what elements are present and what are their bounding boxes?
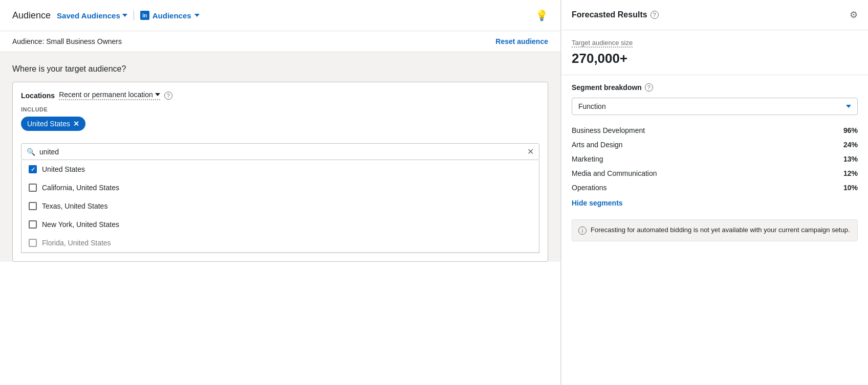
segment-title-row: Segment breakdown ? (572, 83, 858, 92)
list-item[interactable]: Texas, United States (21, 197, 539, 215)
audience-header: Audience Saved Audiences in Audiences 💡 (0, 0, 560, 31)
item-label: United States (42, 165, 85, 173)
item-label: Texas, United States (42, 202, 107, 210)
list-item[interactable]: California, United States (21, 178, 539, 197)
segment-section: Segment breakdown ? Function Business De… (561, 75, 868, 219)
bulb-icon[interactable]: 💡 (535, 9, 548, 21)
location-type-chevron-icon (155, 93, 160, 96)
check-icon: ✓ (31, 166, 35, 173)
list-item[interactable]: ✓ United States (21, 160, 539, 178)
audience-title: Audience (12, 10, 51, 21)
checkbox-california[interactable] (29, 184, 37, 192)
segment-name: Operations (572, 184, 606, 192)
right-panel: Forecasted Results ? ⚙ Target audience s… (561, 0, 868, 385)
locations-header: Locations Recent or permanent location ? (21, 90, 539, 100)
segment-row: Operations 10% (572, 180, 858, 195)
segment-breakdown-title: Segment breakdown (572, 83, 642, 92)
segment-row: Media and Communication 12% (572, 166, 858, 180)
united-states-tag[interactable]: United States ✕ (21, 117, 85, 131)
segment-pct: 96% (843, 126, 858, 134)
tag-label: United States (27, 120, 70, 128)
segment-dropdown[interactable]: Function (572, 98, 858, 115)
checkbox-united-states[interactable]: ✓ (29, 165, 37, 173)
segment-help-icon[interactable]: ? (645, 83, 653, 92)
li-audiences-button[interactable]: in Audiences (140, 11, 200, 20)
segment-name: Marketing (572, 155, 603, 163)
forecasting-note-text: Forecasting for automated bidding is not… (591, 226, 850, 234)
search-row: 🔍 ✕ (21, 143, 539, 160)
segment-name: Business Development (572, 126, 645, 134)
segment-dropdown-chevron-icon (846, 105, 851, 108)
segment-pct: 24% (843, 141, 858, 149)
forecasted-title-row: Forecasted Results ? (572, 10, 659, 19)
forecasted-help-icon[interactable]: ? (650, 11, 659, 19)
include-label: INCLUDE (21, 106, 539, 112)
audience-name-bar: Audience: Small Business Owners Reset au… (0, 31, 560, 52)
tag-remove-icon[interactable]: ✕ (73, 120, 79, 128)
forecasting-note: i Forecasting for automated bidding is n… (572, 219, 858, 241)
checkbox-texas[interactable] (29, 202, 37, 210)
checkbox-new-york[interactable] (29, 220, 37, 229)
segment-row: Business Development 96% (572, 123, 858, 138)
audience-name-text: Audience: Small Business Owners (12, 37, 122, 46)
linkedin-icon: in (140, 11, 149, 20)
segment-row: Marketing 13% (572, 152, 858, 166)
segment-pct: 10% (843, 184, 858, 192)
clear-search-icon[interactable]: ✕ (527, 147, 534, 156)
reset-audience-button[interactable]: Reset audience (495, 37, 548, 46)
where-section: Where is your target audience? Locations… (0, 52, 560, 262)
saved-audiences-button[interactable]: Saved Audiences (57, 11, 127, 20)
checkbox-florida[interactable] (29, 239, 37, 247)
forecasted-title: Forecasted Results (572, 10, 647, 19)
segment-row: Arts and Design 24% (572, 138, 858, 152)
locations-label: Locations (21, 92, 55, 100)
target-audience-label: Target audience size (572, 39, 633, 48)
location-type-label: Recent or permanent location (59, 90, 153, 99)
forecasted-header: Forecasted Results ? ⚙ (561, 0, 868, 30)
target-section: Target audience size 270,000+ (561, 30, 868, 75)
search-input[interactable] (39, 148, 523, 156)
audiences-label: Audiences (153, 11, 191, 20)
segment-name: Arts and Design (572, 141, 623, 149)
target-audience-size: 270,000+ (572, 51, 858, 66)
gear-icon[interactable]: ⚙ (850, 9, 858, 20)
locations-box: Locations Recent or permanent location ?… (12, 82, 548, 262)
location-help-icon[interactable]: ? (164, 92, 172, 100)
segment-pct: 13% (843, 155, 858, 163)
saved-audiences-chevron-icon (122, 14, 127, 17)
search-icon: 🔍 (27, 148, 35, 156)
segment-dropdown-value: Function (578, 102, 606, 110)
header-divider (134, 10, 134, 20)
saved-audiences-label: Saved Audiences (57, 11, 120, 20)
location-type-button[interactable]: Recent or permanent location (59, 90, 160, 100)
info-icon: i (578, 227, 587, 235)
item-label: California, United States (42, 184, 119, 192)
location-dropdown-list: ✓ United States California, United State… (21, 160, 539, 253)
item-label: Florida, United States (42, 239, 111, 247)
hide-segments-button[interactable]: Hide segments (572, 195, 623, 211)
main-panel: Audience Saved Audiences in Audiences 💡 … (0, 0, 561, 385)
list-item[interactable]: Florida, United States (21, 234, 539, 253)
segment-name: Media and Communication (572, 169, 657, 177)
list-item[interactable]: New York, United States (21, 215, 539, 234)
segment-pct: 12% (843, 169, 858, 177)
audiences-chevron-icon (194, 14, 200, 17)
item-label: New York, United States (42, 220, 119, 229)
where-title: Where is your target audience? (12, 64, 548, 74)
